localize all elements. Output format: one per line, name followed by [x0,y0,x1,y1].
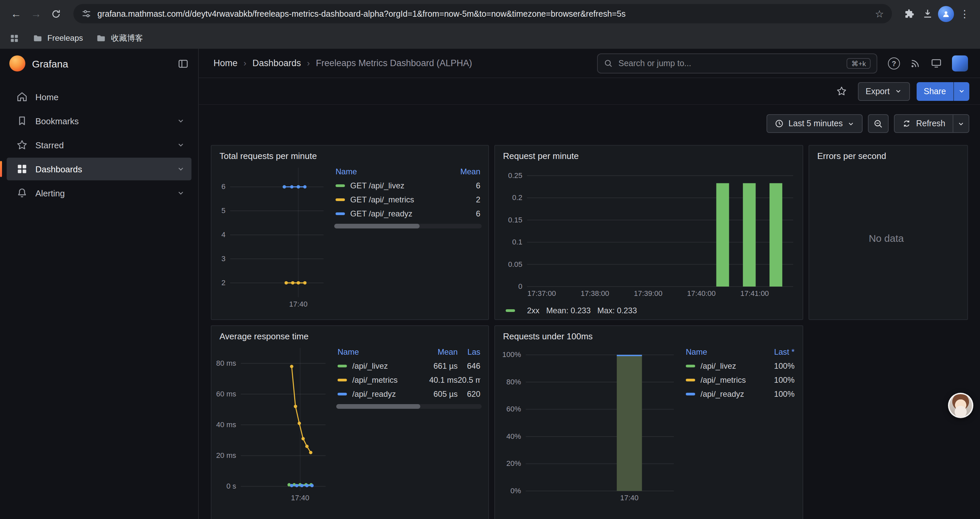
rss-icon[interactable] [910,58,921,69]
series-color-dash [336,184,345,187]
sidebar-item-label: Bookmarks [35,116,79,126]
series-mean: 605 µs [420,389,458,398]
search-box[interactable]: ⌘+k [597,53,877,73]
share-button[interactable]: Share [916,82,953,101]
bell-icon [16,187,28,199]
bookmark-folder-blogs[interactable]: 收藏博客 [96,32,143,44]
legend-row[interactable]: /api/_readyz 605 µs 620 [336,387,482,401]
share-menu-button[interactable] [953,82,969,101]
legend-scrollbar[interactable] [334,224,482,228]
sidebar-item-alerting[interactable]: Alerting [7,182,191,204]
svg-text:17:40: 17:40 [291,493,309,502]
help-icon[interactable]: ? [888,57,900,69]
series-color-dash [686,364,695,367]
series-color-dash [336,212,345,215]
legend-scrollbar-thumb[interactable] [334,224,420,228]
legend-row[interactable]: /api/_metrics 40.1 ms 20.5 m [336,373,482,387]
panel-request-per-minute: Request per minute 0.250.20.150.10.05017… [494,145,803,320]
svg-text:60 ms: 60 ms [216,390,236,398]
svg-text:0: 0 [519,282,522,291]
favorite-star-icon[interactable] [832,82,851,101]
sidebar-item-starred[interactable]: Starred [7,134,191,156]
legend-row[interactable]: /api/_readyz 100% [684,387,796,401]
panel-title[interactable]: Average response time [212,326,488,343]
search-input[interactable] [619,58,841,68]
grafana-logo[interactable] [10,56,25,72]
user-avatar[interactable] [952,55,968,71]
download-icon [922,8,933,19]
series-mean: 661 µs [420,361,458,370]
average-response-time-chart[interactable]: 80 ms60 ms40 ms20 ms0 s17:40 [214,343,331,519]
zoom-out-button[interactable] [868,114,889,133]
collapse-sidebar-icon[interactable] [177,58,189,69]
sidebar-item-home[interactable]: Home [7,86,191,108]
legend-scrollbar[interactable] [336,404,482,409]
profile-button[interactable] [937,5,955,22]
legend-header-name[interactable]: Name [336,167,452,176]
breadcrumb-dashboards[interactable]: Dashboards [253,58,301,68]
total-requests-chart[interactable]: 6543217:40 [214,162,329,314]
extensions-button[interactable] [900,5,917,22]
legend-row[interactable]: /api/_metrics 100% [684,373,796,387]
browser-menu-button[interactable]: ⋮ [956,5,973,22]
legend-scrollbar-thumb[interactable] [336,404,421,409]
site-settings-icon[interactable] [81,9,91,19]
legend-row[interactable]: GET /api/_livez 6 [334,178,482,192]
page-header: Home › Dashboards › Freeleaps Metrics Da… [199,49,980,78]
legend-row[interactable]: GET /api/_readyz 6 [334,206,482,220]
svg-text:20 ms: 20 ms [216,451,236,460]
kiosk-monitor-icon[interactable] [931,57,942,69]
breadcrumb-separator: › [243,58,247,68]
refresh-button[interactable]: Refresh [894,114,953,133]
address-bar[interactable]: ☆ [73,4,892,23]
reload-button[interactable] [47,4,65,23]
downloads-button[interactable] [919,5,936,22]
sidebar-item-bookmarks[interactable]: Bookmarks [7,110,191,132]
series-name[interactable]: 2xx [527,306,539,315]
panel-title[interactable]: Requests under 100ms [495,326,803,343]
star-icon [16,139,28,151]
svg-text:0.25: 0.25 [508,171,522,180]
time-range-picker[interactable]: Last 5 minutes [767,114,863,133]
chevron-down-icon[interactable] [177,117,185,125]
breadcrumb: Home › Dashboards › Freeleaps Metrics Da… [213,58,472,68]
apps-shortcut-icon[interactable] [10,33,19,43]
legend-header-last[interactable]: Las [458,347,480,357]
legend-row[interactable]: /api/_livez 100% [684,359,796,373]
breadcrumb-home[interactable]: Home [213,58,237,68]
legend-header-mean[interactable]: Mean [452,167,480,176]
legend-header-mean[interactable]: Mean [420,347,458,357]
legend-row[interactable]: /api/_livez 661 µs 646 [336,359,482,373]
request-per-minute-chart[interactable]: 0.250.20.150.10.05017:37:0017:38:0017:39… [500,162,797,299]
refresh-icon [902,119,911,128]
back-button[interactable]: ← [7,4,25,23]
folder-icon [33,33,43,43]
chevron-down-icon[interactable] [177,141,185,149]
legend-header-name[interactable]: Name [337,347,420,357]
panel-title[interactable]: Request per minute [495,145,803,162]
chevron-down-icon[interactable] [177,165,185,173]
bookmark-folder-freeleaps[interactable]: Freeleaps [33,33,83,43]
sidebar-item-dashboards[interactable]: Dashboards [7,158,191,180]
requests-under-100ms-chart[interactable]: 100%80%60%40%20%0%17:40 [498,343,679,519]
series-color-dash [337,378,347,381]
svg-text:40 ms: 40 ms [216,420,236,429]
dashboard-action-row: Export Share [199,78,980,105]
chevron-down-icon[interactable] [177,189,185,197]
floating-assistant-avatar[interactable] [948,393,973,418]
bookmark-star-icon[interactable]: ☆ [875,8,884,20]
url-input[interactable] [97,9,869,18]
search-icon [604,58,613,68]
panel-title[interactable]: Total requests per minute [212,145,488,162]
browser-toolbar: ← → ☆ ⋮ [0,0,980,27]
svg-text:17:40: 17:40 [620,493,638,502]
breadcrumb-current: Freeleaps Metrics Dashboard (ALPHA) [316,58,472,68]
legend-row[interactable]: GET /api/_metrics 2 [334,192,482,206]
bookmark-icon [16,115,28,127]
refresh-interval-button[interactable] [953,114,969,133]
export-button[interactable]: Export [858,82,910,101]
forward-button[interactable]: → [27,4,45,23]
panel-title[interactable]: Errors per second [809,145,967,162]
legend-header-last[interactable]: Last * [764,347,795,357]
legend-header-name[interactable]: Name [686,347,764,357]
